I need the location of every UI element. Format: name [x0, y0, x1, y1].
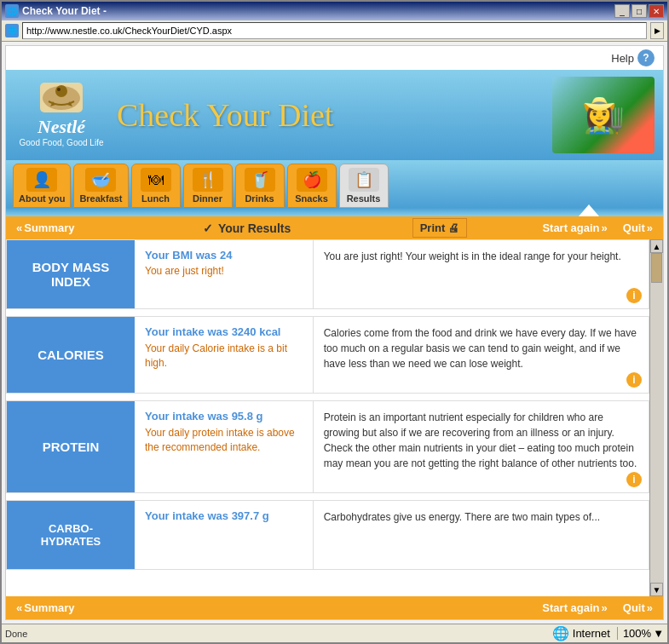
quit-label-bottom: Quit — [623, 601, 645, 614]
start-again-button-top[interactable]: Start again » — [535, 218, 614, 238]
tab-breakfast[interactable]: 🥣 Breakfast — [73, 164, 128, 208]
help-icon: ? — [637, 49, 655, 66]
window-title: Check Your Diet - — [22, 5, 107, 17]
protein-label: PROTEIN — [7, 401, 135, 492]
scroll-thumb[interactable] — [651, 253, 662, 283]
quit-arrows-bottom: » — [647, 601, 653, 614]
calories-text: Calories come from the food and drink we… — [324, 325, 638, 371]
snacks-icon: 🍎 — [297, 168, 327, 192]
tab-breakfast-label: Breakfast — [79, 193, 122, 204]
scroll-up-arrow[interactable]: ▲ — [650, 239, 663, 253]
calories-info: Your intake was 3240 kcal Your daily Cal… — [135, 317, 314, 393]
calories-result-row: CALORIES Your intake was 3240 kcal Your … — [6, 316, 649, 394]
tab-dinner-label: Dinner — [189, 193, 227, 204]
carbs-result-row: CARBO-HYDRATES Your intake was 397.7 g C… — [6, 500, 649, 570]
tab-snacks[interactable]: 🍎 Snacks — [287, 164, 337, 208]
carbs-info: Your intake was 397.7 g — [135, 501, 314, 569]
top-nav-bar: « Summary ✓ ✓ Your Results Your Results … — [6, 216, 663, 239]
summary-label-top: Summary — [24, 221, 74, 234]
results-icon: 📋 — [349, 168, 379, 192]
calories-info-icon[interactable]: i — [626, 372, 642, 388]
bmi-info-icon[interactable]: i — [626, 288, 642, 303]
scrollbar: ▲ ▼ — [649, 239, 663, 596]
tab-about[interactable]: 👤 About you — [13, 164, 71, 208]
status-bar: Done 🌐 Internet 100% ▼ — [2, 624, 667, 642]
window-controls: _ □ ✕ — [614, 4, 664, 18]
header-banner: Nestlé Good Food, Good Life Check Your D… — [6, 70, 663, 160]
summary-label-bottom: Summary — [24, 601, 74, 614]
protein-intake: Your intake was 95.8 g — [145, 410, 303, 423]
quit-button-top[interactable]: Quit » — [616, 218, 660, 238]
arrow-container — [6, 208, 663, 216]
breakfast-icon: 🥣 — [85, 168, 116, 192]
left-arrows-top: « — [16, 221, 22, 234]
status-icons: 🌐 Internet — [552, 625, 610, 641]
protein-info-icon[interactable]: i — [626, 472, 642, 487]
tab-drinks[interactable]: 🥤 Drinks — [235, 164, 285, 208]
start-again-button-bottom[interactable]: Start again » — [535, 598, 614, 618]
quit-button-bottom[interactable]: Quit » — [616, 598, 660, 618]
right-arrows-top: » — [602, 221, 608, 234]
bmi-info: Your BMI was 24 You are just right! — [135, 240, 314, 308]
tab-about-label: About you — [19, 193, 65, 204]
bmi-text: You are just right! Your weight is in th… — [324, 249, 638, 264]
carbs-label: CARBO-HYDRATES — [7, 501, 135, 569]
calories-body: Your intake was 3240 kcal Your daily Cal… — [135, 317, 649, 393]
protein-body: Your intake was 95.8 g Your daily protei… — [135, 401, 649, 492]
tab-results[interactable]: 📋 Results — [339, 164, 389, 208]
nestle-bird-icon — [40, 83, 83, 112]
banner-title-text: Check Your Diet — [117, 96, 552, 134]
summary-button-bottom[interactable]: « Summary — [9, 598, 81, 618]
carbs-text: Carbohydrates give us energy. There are … — [324, 509, 638, 525]
protein-info: Your intake was 95.8 g Your daily protei… — [135, 401, 314, 492]
status-right: 🌐 Internet 100% ▼ — [552, 625, 664, 641]
lunch-icon: 🍽 — [141, 168, 171, 192]
start-again-label-bottom: Start again — [542, 601, 599, 614]
quit-label-top: Quit — [623, 221, 645, 234]
about-icon: 👤 — [26, 168, 57, 192]
tab-lunch[interactable]: 🍽 Lunch — [131, 164, 181, 208]
status-text: Done — [5, 629, 27, 639]
title-bar: 🌐 Check Your Diet - _ □ ✕ — [2, 2, 667, 20]
protein-status: Your daily protein intake is above the r… — [145, 426, 303, 455]
help-label: Help — [611, 52, 634, 65]
window-icon: 🌐 — [5, 4, 19, 18]
zoom-area: 100% ▼ — [617, 627, 664, 640]
banner-title-area: Check Your Diet — [108, 96, 552, 134]
dinner-icon: 🍴 — [193, 168, 223, 192]
print-button[interactable]: Print 🖨 — [412, 218, 468, 238]
carbs-description: Carbohydrates give us energy. There are … — [314, 501, 649, 569]
results-scroll-area[interactable]: BODY MASS INDEX Your BMI was 24 You are … — [6, 239, 649, 596]
summary-button-top[interactable]: « Summary — [9, 218, 81, 238]
scroll-down-arrow[interactable]: ▼ — [650, 583, 663, 596]
drinks-icon: 🥤 — [245, 168, 275, 192]
calories-intake: Your intake was 3240 kcal — [145, 325, 303, 338]
calories-label: CALORIES — [7, 317, 135, 393]
protein-description: Protein is an important nutrient especia… — [314, 401, 649, 492]
close-button[interactable]: ✕ — [649, 4, 664, 18]
go-button[interactable]: ▶ — [650, 22, 664, 39]
bmi-result-row: BODY MASS INDEX Your BMI was 24 You are … — [6, 239, 649, 309]
carbs-intake: Your intake was 397.7 g — [145, 509, 303, 522]
help-button[interactable]: Help ? — [611, 49, 655, 66]
internet-label: Internet — [573, 627, 610, 640]
content-wrapper: BODY MASS INDEX Your BMI was 24 You are … — [6, 239, 663, 596]
protein-result-row: PROTEIN Your intake was 95.8 g Your dail… — [6, 400, 649, 493]
calories-description: Calories come from the food and drink we… — [314, 317, 649, 393]
tab-lunch-label: Lunch — [137, 193, 175, 204]
print-label: Print — [420, 221, 446, 234]
nestle-name: Nestlé — [14, 116, 108, 138]
quit-arrows-top: » — [647, 221, 653, 234]
zoom-dropdown-icon[interactable]: ▼ — [653, 627, 664, 640]
bmi-description: You are just right! Your weight is in th… — [314, 240, 649, 308]
bmi-status: You are just right! — [145, 265, 303, 277]
browser-icon: 🌐 — [5, 24, 19, 37]
minimize-button[interactable]: _ — [614, 4, 630, 18]
left-arrows-bottom: « — [16, 601, 22, 614]
address-input[interactable] — [22, 22, 647, 39]
svg-point-1 — [55, 85, 67, 97]
tab-dinner[interactable]: 🍴 Dinner — [183, 164, 233, 208]
your-results-label: ✓ ✓ Your Results Your Results — [150, 221, 344, 235]
maximize-button[interactable]: □ — [632, 4, 647, 18]
right-arrows-bottom: » — [602, 601, 608, 614]
